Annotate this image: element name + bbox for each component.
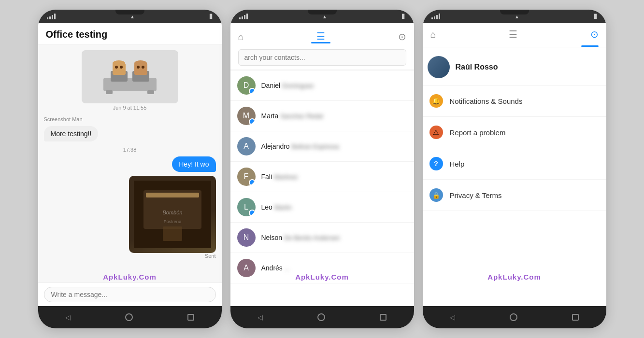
svg-rect-15 <box>146 193 199 197</box>
profile-nav-icon-2[interactable]: ⊙ <box>398 31 406 42</box>
contacts-search-input[interactable] <box>238 49 406 66</box>
help-icon: ? <box>429 157 443 170</box>
report-label: Report a problem <box>450 128 506 137</box>
home-button-3[interactable] <box>510 313 517 321</box>
phone-1: ▲ ▊ Office testing <box>38 10 222 328</box>
bar2c <box>434 16 435 19</box>
msg-row-right-1: Hey! It wo <box>44 156 216 172</box>
list-tab[interactable]: ☰ <box>311 30 330 43</box>
avatar-initial-4: L <box>244 203 248 211</box>
phone-screen-1: Office testing <box>38 23 222 306</box>
bar3b <box>244 15 245 19</box>
chat-input-bar <box>38 282 222 306</box>
back-button-3[interactable]: ◁ <box>450 313 455 321</box>
wifi-icon-3: ▲ <box>515 14 519 19</box>
contacts-nav: ⌂ ☰ ⊙ <box>236 23 408 45</box>
report-icon: ⚠ <box>429 126 443 139</box>
contact-avatar-1: M <box>237 107 256 125</box>
svg-rect-11 <box>106 90 113 94</box>
notifications-label: Notifications & Sounds <box>450 97 523 105</box>
menu-nav: ⌂ ☰ ⊙ <box>429 23 601 45</box>
contact-avatar-0: D <box>237 76 256 95</box>
contact-item-5[interactable]: N Nelson De Benito Andersen <box>230 223 414 253</box>
tab-indicator-2 <box>311 42 330 43</box>
contact-badge-1 <box>249 118 256 125</box>
phone-3: ▲ ▊ ⌂ ☰ ⊙ Raúl Rosso 🔔 <box>423 10 606 328</box>
bar3 <box>52 15 53 19</box>
menu-profile-row[interactable]: Raúl Rosso <box>423 47 606 85</box>
svg-point-7 <box>115 66 118 69</box>
contact-avatar-3: F <box>237 168 256 186</box>
msg-time-2: 17:38 <box>123 147 137 153</box>
svg-point-6 <box>134 60 147 66</box>
contact-name-4: Leo Martin <box>261 203 292 211</box>
contact-item-2[interactable]: A Alejandro Beltran Espinosa <box>230 131 414 162</box>
chat-messages[interactable]: Jun 9 at 11:55 Screenshot Man More testi… <box>38 44 222 282</box>
msg-sender-label: Screenshot Man <box>44 116 83 122</box>
home-nav-icon-3[interactable]: ⌂ <box>430 29 436 40</box>
contact-item-4[interactable]: L Leo Martin <box>230 192 414 223</box>
svg-rect-12 <box>147 90 154 94</box>
back-button-2[interactable]: ◁ <box>258 313 263 321</box>
home-nav-icon-2[interactable]: ⌂ <box>238 31 244 42</box>
profile-nav-icon-3[interactable]: ⊙ <box>590 28 599 40</box>
svg-text:Bombón: Bombón <box>162 210 182 215</box>
notch-1 <box>115 10 144 14</box>
contacts-list[interactable]: D Daniel Dominguez M Marta Sanchez Redal <box>230 70 414 306</box>
toaster-svg <box>96 57 164 96</box>
signal-bars-2 <box>239 14 248 19</box>
bar1b <box>239 17 241 19</box>
recents-button-1[interactable] <box>187 314 194 321</box>
tab-indicator-3 <box>581 45 599 47</box>
phone-bottom-bar-1: ◁ <box>38 306 222 328</box>
avatar-initial-5: N <box>243 233 249 242</box>
menu-item-notifications[interactable]: 🔔 Notifications & Sounds <box>423 85 606 117</box>
battery-icon-2: ▊ <box>402 14 405 19</box>
contact-badge-4 <box>249 210 256 216</box>
contact-item-3[interactable]: F Fali Martinez <box>230 162 414 192</box>
bar1 <box>47 17 48 19</box>
svg-point-8 <box>120 66 123 69</box>
contact-item-6[interactable]: A Andrés ... <box>230 253 414 283</box>
home-button-2[interactable] <box>317 313 325 321</box>
contact-name-3: Fali Martinez <box>261 172 298 181</box>
recents-button-2[interactable] <box>380 314 386 321</box>
toaster-message: Jun 9 at 11:55 <box>44 50 216 111</box>
svg-rect-18 <box>163 226 182 241</box>
contact-item-0[interactable]: D Daniel Dominguez <box>230 70 414 101</box>
wifi-icon-1: ▲ <box>130 14 135 19</box>
battery-icon-3: ▊ <box>594 14 598 19</box>
bar1c <box>431 17 433 19</box>
privacy-icon: 🔒 <box>429 188 443 202</box>
avatar-initial-6: A <box>243 264 249 272</box>
menu-header: ⌂ ☰ ⊙ <box>423 23 606 47</box>
msg-row-left-1: More testing!! <box>44 126 216 141</box>
menu-item-help[interactable]: ? Help <box>423 148 606 180</box>
bar4c <box>439 14 440 19</box>
menu-item-report[interactable]: ⚠ Report a problem <box>423 117 606 148</box>
avatar-initial-1: M <box>243 112 249 120</box>
contact-item-1[interactable]: M Marta Sanchez Redal <box>230 101 414 131</box>
avatar-initial-0: D <box>243 81 249 90</box>
phone-top-bar-3: ▲ ▊ <box>423 10 606 23</box>
menu-item-privacy[interactable]: 🔒 Privacy & Terms <box>423 180 606 211</box>
chat-input[interactable] <box>44 287 216 302</box>
phone-bottom-bar-3: ◁ <box>423 306 606 328</box>
msg-time-center: 17:38 <box>44 145 216 153</box>
back-button-1[interactable]: ◁ <box>65 313 71 321</box>
phone-bottom-bar-2: ◁ <box>230 306 414 328</box>
phone-screen-2: ⌂ ☰ ⊙ D Daniel Dominguez <box>230 23 414 306</box>
privacy-label: Privacy & Terms <box>450 191 502 199</box>
contact-avatar-5: N <box>237 228 256 247</box>
chat-title: Office testing <box>46 29 214 40</box>
list-nav-icon-3[interactable]: ☰ <box>509 28 517 40</box>
home-button-1[interactable] <box>125 313 133 321</box>
contact-name-6: Andrés ... <box>261 264 290 272</box>
svg-point-9 <box>137 66 140 69</box>
profile-avatar <box>428 56 450 78</box>
recents-button-3[interactable] <box>572 314 579 321</box>
menu-list[interactable]: Raúl Rosso 🔔 Notifications & Sounds ⚠ Re… <box>423 47 606 306</box>
help-label: Help <box>450 160 465 168</box>
svg-text:Postrería: Postrería <box>163 219 181 224</box>
contact-badge-0 <box>249 88 256 95</box>
